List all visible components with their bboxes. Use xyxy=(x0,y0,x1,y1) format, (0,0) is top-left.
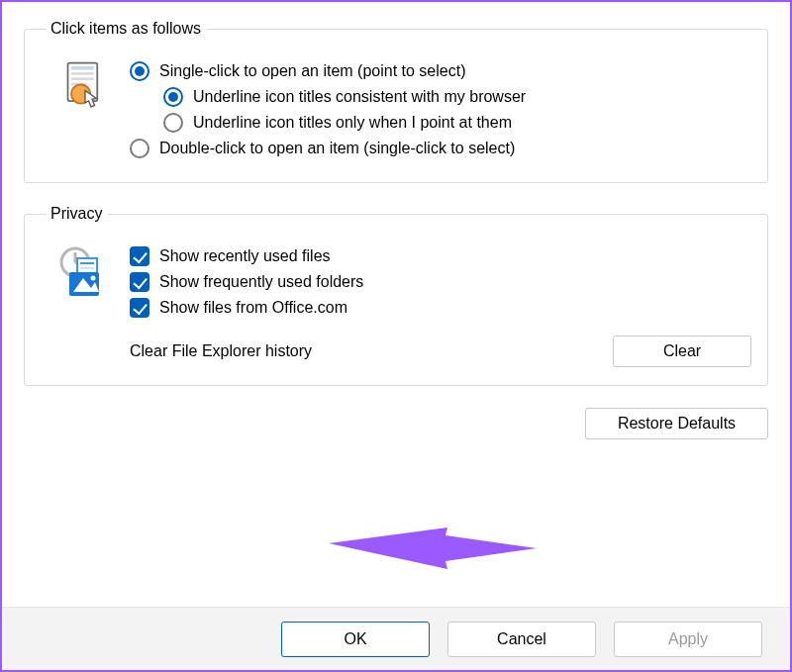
svg-rect-1 xyxy=(71,66,94,70)
office-files-checkbox[interactable]: Show files from Office.com xyxy=(130,298,751,318)
double-click-radio[interactable]: Double-click to open an item (single-cli… xyxy=(130,139,751,158)
underline-browser-label: Underline icon titles consistent with my… xyxy=(193,88,526,106)
office-files-label: Show files from Office.com xyxy=(159,299,347,317)
underline-point-radio[interactable]: Underline icon titles only when I point … xyxy=(163,113,751,133)
single-click-label: Single-click to open an item (point to s… xyxy=(159,62,465,80)
recent-files-label: Show recently used files xyxy=(159,247,331,265)
clear-button[interactable]: Clear xyxy=(613,336,751,367)
click-items-legend: Click items as follows xyxy=(47,20,207,38)
single-click-radio[interactable]: Single-click to open an item (point to s… xyxy=(130,61,751,81)
recent-files-checkbox[interactable]: Show recently used files xyxy=(130,246,751,266)
clear-history-label: Clear File Explorer history xyxy=(130,342,613,360)
click-items-icon xyxy=(41,55,130,115)
privacy-group: Privacy Show recently used xyxy=(24,205,768,386)
double-click-label: Double-click to open an item (single-cli… xyxy=(159,140,515,157)
privacy-legend: Privacy xyxy=(47,205,108,223)
apply-button: Apply xyxy=(614,622,762,657)
svg-rect-10 xyxy=(80,262,94,264)
svg-rect-2 xyxy=(71,72,94,75)
svg-rect-11 xyxy=(80,267,94,269)
frequent-folders-checkbox[interactable]: Show frequently used folders xyxy=(130,272,751,292)
dialog-button-bar: OK Cancel Apply xyxy=(2,607,790,670)
cancel-button[interactable]: Cancel xyxy=(447,622,596,657)
underline-point-label: Underline icon titles only when I point … xyxy=(193,114,512,132)
svg-point-14 xyxy=(91,276,96,281)
click-items-group: Click items as follows Single-click to o… xyxy=(24,20,768,183)
frequent-folders-label: Show frequently used folders xyxy=(159,273,363,291)
svg-marker-15 xyxy=(329,528,537,569)
svg-rect-3 xyxy=(71,77,94,80)
privacy-icon xyxy=(41,240,130,300)
annotation-arrow-icon xyxy=(329,522,546,581)
underline-browser-radio[interactable]: Underline icon titles consistent with my… xyxy=(163,87,751,107)
ok-button[interactable]: OK xyxy=(281,622,430,657)
restore-defaults-button[interactable]: Restore Defaults xyxy=(585,408,768,439)
